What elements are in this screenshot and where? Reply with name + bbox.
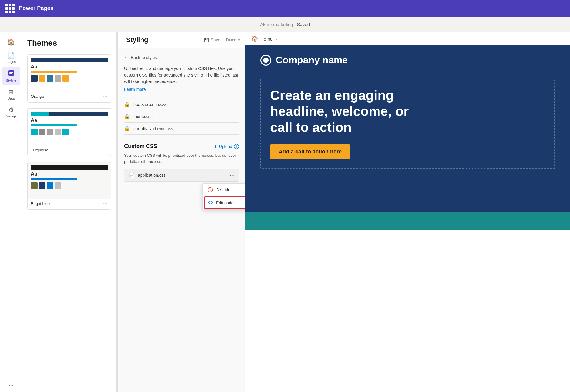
lock-icon-bootstrap: 🔒 (124, 101, 130, 107)
theme-name-turquoise: Turquoise (31, 148, 48, 152)
nav-more[interactable]: ... (9, 381, 13, 387)
sidebar-item-setup[interactable]: ⚙ Set up (2, 104, 20, 120)
sidebar-item-styling[interactable]: Styling (2, 67, 20, 85)
lock-icon-theme: 🔒 (124, 114, 130, 119)
application-css-name: application.css (138, 173, 166, 178)
logo-circle (260, 55, 271, 66)
preview-home-icon: 🏠 (251, 35, 258, 42)
logo-circle-inner (263, 58, 269, 63)
preview-nav-bar: 🏠 Home ∨ (245, 32, 570, 45)
context-menu-edit-code[interactable]: Edit code (204, 196, 245, 209)
preview-hero: Company name Create an engaging headline… (245, 45, 570, 212)
sidebar-item-pages-label: Pages (6, 60, 16, 64)
preview-logo: Company name (260, 54, 555, 66)
back-to-styles-link[interactable]: ← Back to styles (124, 55, 239, 60)
disable-icon: 🚫 (207, 187, 213, 193)
setup-icon: ⚙ (8, 106, 14, 114)
cta-button[interactable]: Add a call to action here (270, 144, 350, 159)
theme-preview-turquoise: Aa (28, 109, 111, 145)
edit-code-label: Edit code (216, 200, 234, 205)
back-arrow-icon: ← (124, 55, 128, 60)
edit-code-icon (208, 200, 213, 206)
css-file-theme: 🔒 theme.css (124, 110, 239, 123)
theme-dots-brightblue[interactable]: ··· (103, 200, 108, 207)
preview-home-label: Home (260, 36, 273, 41)
app-title: Power Pages (19, 5, 53, 12)
themes-title: Themes (27, 38, 111, 48)
theme-footer-turquoise: Turquoise ··· (28, 145, 111, 156)
theme-card-turquoise[interactable]: Aa Turquoise ··· (27, 108, 111, 156)
css-description: Upload, edit, and manage your custom CSS… (124, 65, 239, 85)
application-css-dots[interactable]: ··· (230, 172, 234, 178)
theme-card-orange[interactable]: Aa Orange ··· (27, 54, 111, 103)
info-icon[interactable]: i (234, 144, 239, 149)
preview-panel: 🏠 Home ∨ Company name Create an engaging… (245, 32, 570, 392)
sidebar-item-pages[interactable]: 📄 Pages (2, 49, 20, 66)
styling-panel-title: Styling (123, 36, 148, 44)
styling-content: ← Back to styles Upload, edit, and manag… (118, 48, 245, 392)
css-file-portalbasic-name: portalbasictheme.css (133, 126, 173, 131)
custom-css-title: Custom CSS (124, 143, 157, 150)
themes-panel: Themes Aa Orange ··· (22, 32, 116, 392)
save-icon: 💾 (204, 38, 209, 42)
sub-header: Akme marketing - Saved (0, 17, 570, 32)
sidebar-item-home[interactable]: 🏠 (2, 36, 20, 48)
main-layout: 🏠 📄 Pages Styling ⊞ Data ⚙ Set up ... (0, 32, 570, 392)
svg-rect-1 (9, 72, 13, 73)
custom-css-section: Custom CSS ⬆ Upload i Your custom CSS wi… (124, 143, 239, 182)
discard-button[interactable]: Discard (226, 38, 240, 42)
application-css-left: 📄 application.css (129, 172, 166, 178)
css-file-bootstrap: 🔒 bootstrap.min.css (124, 98, 239, 110)
data-icon: ⊞ (8, 88, 14, 96)
context-menu-disable[interactable]: 🚫 Disable (203, 184, 245, 196)
styling-icon (8, 70, 15, 78)
file-icon-application: 📄 (129, 172, 135, 178)
chevron-down-icon: ∨ (275, 37, 278, 41)
left-nav: 🏠 📄 Pages Styling ⊞ Data ⚙ Set up ... (0, 32, 22, 392)
theme-preview-orange: Aa (28, 55, 111, 91)
css-file-portalbasic: 🔒 portalbasictheme.css (124, 123, 239, 135)
theme-name-brightblue: Bright blue (31, 201, 50, 206)
theme-card-brightblue[interactable]: Aa Bright blue ··· (27, 162, 111, 210)
sidebar-item-setup-label: Set up (6, 114, 16, 118)
application-css-row: 📄 application.css ··· 🚫 Disable (124, 169, 239, 182)
css-file-bootstrap-name: bootstrap.min.css (133, 102, 167, 107)
preview-footer-teal (245, 212, 570, 230)
home-icon: 🏠 (7, 38, 15, 46)
company-name: Company name (276, 54, 348, 66)
pages-icon: 📄 (7, 52, 15, 59)
hero-headline: Create an engaging headline, welcome, or… (270, 87, 416, 135)
sidebar-item-data-label: Data (8, 97, 15, 100)
top-bar: Power Pages (0, 0, 570, 17)
site-name: Akme marketing (260, 22, 293, 27)
css-file-theme-name: theme.css (133, 114, 153, 119)
svg-rect-2 (9, 73, 12, 74)
svg-rect-0 (8, 70, 14, 76)
sidebar-item-styling-label: Styling (6, 79, 16, 82)
theme-dots-turquoise[interactable]: ··· (103, 147, 108, 153)
custom-css-desc: Your custom CSS will be prioritized over… (124, 153, 239, 164)
preview-hero-content[interactable]: Create an engaging headline, welcome, or… (260, 78, 555, 169)
disable-label: Disable (216, 187, 230, 192)
learn-more-link[interactable]: Learn more (124, 87, 239, 92)
save-button[interactable]: 💾 Save (204, 38, 220, 42)
theme-footer-orange: Orange ··· (28, 91, 111, 102)
custom-css-header: Custom CSS ⬆ Upload i (124, 143, 239, 150)
upload-icon: ⬆ (214, 144, 217, 149)
saved-label: - Saved (294, 22, 310, 27)
app-grid-icon[interactable] (5, 4, 15, 13)
upload-button[interactable]: ⬆ Upload (214, 144, 232, 149)
context-menu: 🚫 Disable Edit code (202, 183, 245, 210)
theme-footer-brightblue: Bright blue ··· (28, 199, 111, 209)
theme-name-orange: Orange (31, 94, 44, 99)
lock-icon-portalbasic: 🔒 (124, 126, 130, 131)
theme-dots-orange[interactable]: ··· (103, 93, 108, 100)
styling-panel: Styling 💾 Save Discard ← Back to styles … (118, 32, 245, 392)
styling-toolbar: Styling 💾 Save Discard (118, 32, 245, 48)
theme-preview-brightblue: Aa (28, 162, 111, 199)
sidebar-item-data[interactable]: ⊞ Data (2, 86, 20, 103)
